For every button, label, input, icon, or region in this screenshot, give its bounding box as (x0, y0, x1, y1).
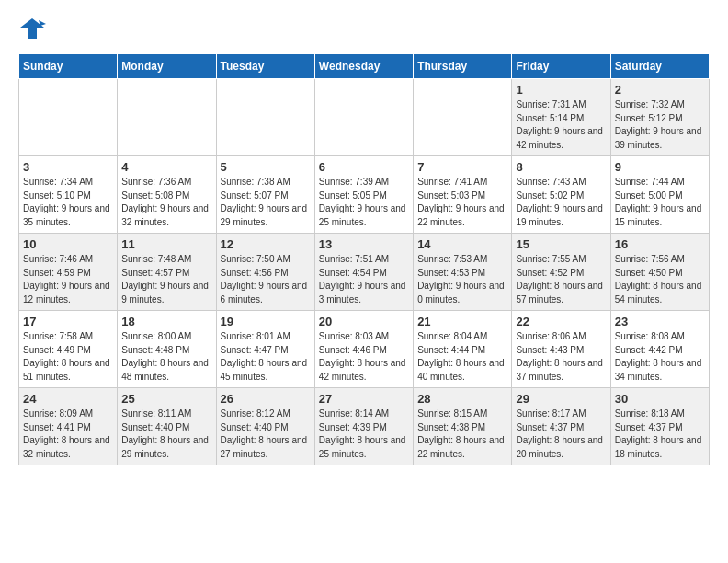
day-number: 10 (23, 237, 113, 251)
calendar-cell: 12Sunrise: 7:50 AM Sunset: 4:56 PM Dayli… (216, 234, 314, 311)
day-number: 5 (221, 160, 311, 174)
calendar-cell: 21Sunrise: 8:04 AM Sunset: 4:44 PM Dayli… (414, 311, 512, 388)
week-row-4: 17Sunrise: 7:58 AM Sunset: 4:49 PM Dayli… (19, 311, 710, 388)
day-info: Sunrise: 7:39 AM Sunset: 5:05 PM Dayligh… (319, 176, 409, 229)
day-number: 29 (516, 392, 606, 406)
calendar-cell: 7Sunrise: 7:41 AM Sunset: 5:03 PM Daylig… (414, 156, 512, 234)
calendar-cell: 25Sunrise: 8:11 AM Sunset: 4:40 PM Dayli… (118, 388, 216, 465)
calendar-cell: 30Sunrise: 8:18 AM Sunset: 4:37 PM Dayli… (610, 388, 709, 465)
calendar-cell: 27Sunrise: 8:14 AM Sunset: 4:39 PM Dayli… (314, 388, 413, 465)
day-number: 12 (221, 237, 311, 251)
calendar-cell: 19Sunrise: 8:01 AM Sunset: 4:47 PM Dayli… (216, 311, 314, 388)
day-info: Sunrise: 7:38 AM Sunset: 5:07 PM Dayligh… (221, 176, 311, 229)
day-info: Sunrise: 8:17 AM Sunset: 4:37 PM Dayligh… (516, 408, 606, 461)
week-row-1: 1Sunrise: 7:31 AM Sunset: 5:14 PM Daylig… (19, 79, 710, 156)
day-number: 30 (615, 392, 705, 406)
day-info: Sunrise: 8:18 AM Sunset: 4:37 PM Dayligh… (615, 408, 705, 461)
day-number: 20 (319, 315, 409, 328)
week-row-2: 3Sunrise: 7:34 AM Sunset: 5:10 PM Daylig… (19, 156, 710, 234)
day-number: 4 (121, 160, 211, 174)
week-row-3: 10Sunrise: 7:46 AM Sunset: 4:59 PM Dayli… (19, 234, 710, 311)
calendar-cell: 8Sunrise: 7:43 AM Sunset: 5:02 PM Daylig… (512, 156, 610, 234)
day-number: 11 (121, 237, 211, 251)
day-number: 16 (615, 237, 705, 251)
calendar-table: SundayMondayTuesdayWednesdayThursdayFrid… (18, 53, 710, 465)
day-number: 1 (516, 83, 606, 97)
day-number: 13 (319, 237, 409, 251)
day-info: Sunrise: 8:03 AM Sunset: 4:46 PM Dayligh… (319, 330, 409, 384)
calendar-cell: 9Sunrise: 7:44 AM Sunset: 5:00 PM Daylig… (610, 156, 709, 234)
calendar-cell: 18Sunrise: 8:00 AM Sunset: 4:48 PM Dayli… (118, 311, 216, 388)
dow-header-tuesday: Tuesday (216, 54, 314, 79)
day-info: Sunrise: 7:50 AM Sunset: 4:56 PM Dayligh… (221, 253, 311, 306)
day-info: Sunrise: 7:44 AM Sunset: 5:00 PM Dayligh… (615, 176, 705, 229)
calendar-cell (118, 79, 216, 156)
day-info: Sunrise: 8:08 AM Sunset: 4:42 PM Dayligh… (615, 330, 705, 384)
day-number: 8 (516, 160, 606, 174)
calendar-cell: 16Sunrise: 7:56 AM Sunset: 4:50 PM Dayli… (610, 234, 709, 311)
day-number: 27 (319, 392, 409, 406)
calendar-cell: 2Sunrise: 7:32 AM Sunset: 5:12 PM Daylig… (610, 79, 709, 156)
logo-icon (18, 15, 46, 42)
day-number: 9 (615, 160, 705, 174)
calendar-cell: 5Sunrise: 7:38 AM Sunset: 5:07 PM Daylig… (216, 156, 314, 234)
calendar-cell: 23Sunrise: 8:08 AM Sunset: 4:42 PM Dayli… (610, 311, 709, 388)
day-number: 2 (615, 83, 705, 97)
calendar-cell (414, 79, 512, 156)
day-info: Sunrise: 8:00 AM Sunset: 4:48 PM Dayligh… (121, 330, 211, 384)
day-number: 25 (121, 392, 211, 406)
calendar-cell (314, 79, 413, 156)
day-info: Sunrise: 7:31 AM Sunset: 5:14 PM Dayligh… (516, 98, 606, 152)
day-number: 28 (417, 392, 507, 406)
calendar-cell: 28Sunrise: 8:15 AM Sunset: 4:38 PM Dayli… (414, 388, 512, 465)
day-info: Sunrise: 7:41 AM Sunset: 5:03 PM Dayligh… (417, 176, 507, 229)
day-info: Sunrise: 7:36 AM Sunset: 5:08 PM Dayligh… (121, 176, 211, 229)
day-number: 15 (516, 237, 606, 251)
dow-header-sunday: Sunday (19, 54, 118, 79)
calendar-cell: 15Sunrise: 7:55 AM Sunset: 4:52 PM Dayli… (512, 234, 610, 311)
calendar-cell: 14Sunrise: 7:53 AM Sunset: 4:53 PM Dayli… (414, 234, 512, 311)
day-info: Sunrise: 7:43 AM Sunset: 5:02 PM Dayligh… (516, 176, 606, 229)
day-info: Sunrise: 8:15 AM Sunset: 4:38 PM Dayligh… (417, 408, 507, 461)
page-header (18, 15, 710, 42)
calendar-cell (19, 79, 118, 156)
day-number: 14 (417, 237, 507, 251)
calendar-cell: 29Sunrise: 8:17 AM Sunset: 4:37 PM Dayli… (512, 388, 610, 465)
dow-header-friday: Friday (512, 54, 610, 79)
day-number: 22 (516, 315, 606, 328)
day-info: Sunrise: 8:09 AM Sunset: 4:41 PM Dayligh… (23, 408, 113, 461)
day-number: 17 (23, 315, 113, 328)
dow-header-wednesday: Wednesday (314, 54, 413, 79)
day-number: 6 (319, 160, 409, 174)
day-info: Sunrise: 7:58 AM Sunset: 4:49 PM Dayligh… (23, 330, 113, 384)
calendar-cell: 13Sunrise: 7:51 AM Sunset: 4:54 PM Dayli… (314, 234, 413, 311)
calendar-cell: 17Sunrise: 7:58 AM Sunset: 4:49 PM Dayli… (19, 311, 118, 388)
day-info: Sunrise: 7:34 AM Sunset: 5:10 PM Dayligh… (23, 176, 113, 229)
calendar-cell: 4Sunrise: 7:36 AM Sunset: 5:08 PM Daylig… (118, 156, 216, 234)
day-number: 19 (221, 315, 311, 328)
day-info: Sunrise: 7:48 AM Sunset: 4:57 PM Dayligh… (121, 253, 211, 306)
day-info: Sunrise: 8:12 AM Sunset: 4:40 PM Dayligh… (221, 408, 311, 461)
day-info: Sunrise: 7:51 AM Sunset: 4:54 PM Dayligh… (319, 253, 409, 306)
day-info: Sunrise: 7:56 AM Sunset: 4:50 PM Dayligh… (615, 253, 705, 306)
calendar-cell (216, 79, 314, 156)
day-info: Sunrise: 7:46 AM Sunset: 4:59 PM Dayligh… (23, 253, 113, 306)
day-number: 3 (23, 160, 113, 174)
day-number: 23 (615, 315, 705, 328)
calendar-cell: 24Sunrise: 8:09 AM Sunset: 4:41 PM Dayli… (19, 388, 118, 465)
week-row-5: 24Sunrise: 8:09 AM Sunset: 4:41 PM Dayli… (19, 388, 710, 465)
day-info: Sunrise: 7:53 AM Sunset: 4:53 PM Dayligh… (417, 253, 507, 306)
dow-header-thursday: Thursday (414, 54, 512, 79)
day-number: 7 (417, 160, 507, 174)
calendar-cell: 10Sunrise: 7:46 AM Sunset: 4:59 PM Dayli… (19, 234, 118, 311)
day-info: Sunrise: 7:32 AM Sunset: 5:12 PM Dayligh… (615, 98, 705, 152)
day-info: Sunrise: 8:04 AM Sunset: 4:44 PM Dayligh… (417, 330, 507, 384)
day-info: Sunrise: 8:14 AM Sunset: 4:39 PM Dayligh… (319, 408, 409, 461)
day-info: Sunrise: 8:06 AM Sunset: 4:43 PM Dayligh… (516, 330, 606, 384)
calendar-cell: 3Sunrise: 7:34 AM Sunset: 5:10 PM Daylig… (19, 156, 118, 234)
calendar-cell: 6Sunrise: 7:39 AM Sunset: 5:05 PM Daylig… (314, 156, 413, 234)
dow-header-saturday: Saturday (610, 54, 709, 79)
calendar-cell: 20Sunrise: 8:03 AM Sunset: 4:46 PM Dayli… (314, 311, 413, 388)
calendar-cell: 26Sunrise: 8:12 AM Sunset: 4:40 PM Dayli… (216, 388, 314, 465)
logo (18, 15, 50, 42)
